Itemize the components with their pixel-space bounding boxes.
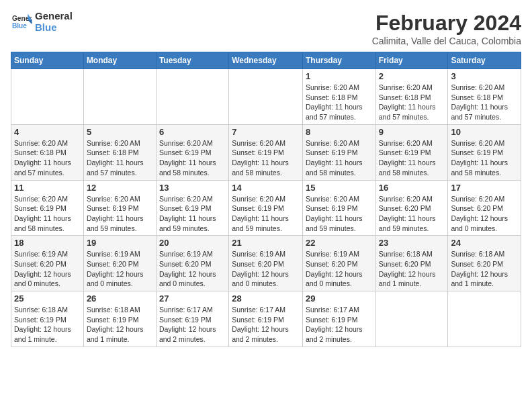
day-number: 24 — [451, 238, 518, 248]
calendar-cell — [83, 69, 156, 125]
day-number: 1 — [306, 71, 373, 81]
calendar-cell: 3Sunrise: 6:20 AM Sunset: 6:18 PM Daylig… — [448, 69, 521, 125]
calendar-cell — [229, 69, 303, 125]
day-header-monday: Monday — [83, 52, 156, 69]
calendar-cell: 22Sunrise: 6:19 AM Sunset: 6:20 PM Dayli… — [302, 236, 375, 291]
day-info: Sunrise: 6:20 AM Sunset: 6:19 PM Dayligh… — [232, 194, 300, 234]
day-number: 5 — [87, 127, 153, 137]
calendar-cell: 5Sunrise: 6:20 AM Sunset: 6:18 PM Daylig… — [83, 124, 156, 180]
day-header-friday: Friday — [375, 52, 448, 69]
logo: General Blue General Blue — [11, 11, 73, 33]
day-header-wednesday: Wednesday — [229, 52, 303, 69]
day-info: Sunrise: 6:17 AM Sunset: 6:19 PM Dayligh… — [232, 305, 300, 345]
day-number: 12 — [87, 183, 153, 193]
day-info: Sunrise: 6:20 AM Sunset: 6:19 PM Dayligh… — [87, 194, 153, 234]
calendar-week-row: 4Sunrise: 6:20 AM Sunset: 6:18 PM Daylig… — [11, 124, 521, 180]
day-number: 25 — [14, 293, 81, 304]
day-info: Sunrise: 6:20 AM Sunset: 6:19 PM Dayligh… — [306, 138, 373, 178]
calendar-cell: 21Sunrise: 6:19 AM Sunset: 6:20 PM Dayli… — [229, 236, 303, 291]
day-info: Sunrise: 6:19 AM Sunset: 6:20 PM Dayligh… — [159, 249, 226, 289]
svg-text:Blue: Blue — [12, 22, 27, 30]
day-info: Sunrise: 6:20 AM Sunset: 6:19 PM Dayligh… — [159, 194, 226, 234]
month-year-title: February 2024 — [372, 11, 521, 36]
day-number: 18 — [14, 238, 81, 248]
day-number: 19 — [87, 238, 153, 248]
calendar-cell: 15Sunrise: 6:20 AM Sunset: 6:19 PM Dayli… — [302, 180, 375, 236]
day-info: Sunrise: 6:18 AM Sunset: 6:20 PM Dayligh… — [379, 249, 445, 289]
day-number: 27 — [159, 293, 226, 304]
day-number: 8 — [306, 127, 373, 137]
day-info: Sunrise: 6:20 AM Sunset: 6:20 PM Dayligh… — [379, 194, 445, 234]
calendar-cell: 6Sunrise: 6:20 AM Sunset: 6:19 PM Daylig… — [156, 124, 228, 180]
day-info: Sunrise: 6:17 AM Sunset: 6:19 PM Dayligh… — [159, 305, 226, 345]
day-info: Sunrise: 6:20 AM Sunset: 6:19 PM Dayligh… — [14, 194, 81, 234]
day-info: Sunrise: 6:17 AM Sunset: 6:19 PM Dayligh… — [306, 305, 373, 345]
day-number: 15 — [306, 183, 373, 193]
day-number: 20 — [159, 238, 226, 248]
calendar-header-row: SundayMondayTuesdayWednesdayThursdayFrid… — [11, 52, 521, 69]
day-info: Sunrise: 6:18 AM Sunset: 6:19 PM Dayligh… — [14, 305, 81, 345]
day-number: 10 — [451, 127, 518, 137]
day-info: Sunrise: 6:18 AM Sunset: 6:20 PM Dayligh… — [451, 249, 518, 289]
calendar-week-row: 11Sunrise: 6:20 AM Sunset: 6:19 PM Dayli… — [11, 180, 521, 236]
day-number: 16 — [379, 183, 445, 193]
calendar-cell: 16Sunrise: 6:20 AM Sunset: 6:20 PM Dayli… — [375, 180, 448, 236]
calendar-cell — [11, 69, 84, 125]
calendar-week-row: 25Sunrise: 6:18 AM Sunset: 6:19 PM Dayli… — [11, 291, 521, 347]
calendar-cell: 26Sunrise: 6:18 AM Sunset: 6:19 PM Dayli… — [83, 291, 156, 347]
day-number: 13 — [159, 183, 226, 193]
calendar-table: SundayMondayTuesdayWednesdayThursdayFrid… — [11, 52, 521, 347]
calendar-cell: 25Sunrise: 6:18 AM Sunset: 6:19 PM Dayli… — [11, 291, 84, 347]
logo-blue: Blue — [35, 22, 73, 34]
day-number: 4 — [14, 127, 81, 137]
day-number: 7 — [232, 127, 300, 137]
calendar-cell: 19Sunrise: 6:19 AM Sunset: 6:20 PM Dayli… — [83, 236, 156, 291]
page-header: General Blue General Blue February 2024 … — [11, 11, 521, 46]
day-header-tuesday: Tuesday — [156, 52, 228, 69]
calendar-cell: 12Sunrise: 6:20 AM Sunset: 6:19 PM Dayli… — [83, 180, 156, 236]
calendar-cell: 1Sunrise: 6:20 AM Sunset: 6:18 PM Daylig… — [302, 69, 375, 125]
day-header-sunday: Sunday — [11, 52, 84, 69]
calendar-cell: 17Sunrise: 6:20 AM Sunset: 6:20 PM Dayli… — [448, 180, 521, 236]
day-info: Sunrise: 6:20 AM Sunset: 6:18 PM Dayligh… — [306, 83, 373, 122]
day-info: Sunrise: 6:20 AM Sunset: 6:18 PM Dayligh… — [87, 138, 153, 178]
calendar-cell — [448, 291, 521, 347]
day-info: Sunrise: 6:19 AM Sunset: 6:20 PM Dayligh… — [306, 249, 373, 289]
calendar-cell: 20Sunrise: 6:19 AM Sunset: 6:20 PM Dayli… — [156, 236, 228, 291]
day-info: Sunrise: 6:20 AM Sunset: 6:20 PM Dayligh… — [451, 194, 518, 234]
day-number: 14 — [232, 183, 300, 193]
day-number: 6 — [159, 127, 226, 137]
day-number: 2 — [379, 71, 445, 81]
day-info: Sunrise: 6:20 AM Sunset: 6:18 PM Dayligh… — [14, 138, 81, 178]
calendar-cell: 13Sunrise: 6:20 AM Sunset: 6:19 PM Dayli… — [156, 180, 228, 236]
calendar-cell: 7Sunrise: 6:20 AM Sunset: 6:19 PM Daylig… — [229, 124, 303, 180]
calendar-cell — [375, 291, 448, 347]
calendar-week-row: 18Sunrise: 6:19 AM Sunset: 6:20 PM Dayli… — [11, 236, 521, 291]
day-info: Sunrise: 6:19 AM Sunset: 6:20 PM Dayligh… — [14, 249, 81, 289]
calendar-cell: 4Sunrise: 6:20 AM Sunset: 6:18 PM Daylig… — [11, 124, 84, 180]
calendar-cell: 24Sunrise: 6:18 AM Sunset: 6:20 PM Dayli… — [448, 236, 521, 291]
calendar-cell: 18Sunrise: 6:19 AM Sunset: 6:20 PM Dayli… — [11, 236, 84, 291]
day-header-thursday: Thursday — [302, 52, 375, 69]
logo-icon: General Blue — [11, 13, 32, 32]
day-info: Sunrise: 6:20 AM Sunset: 6:19 PM Dayligh… — [159, 138, 226, 178]
location-subtitle: Calimita, Valle del Cauca, Colombia — [372, 36, 521, 46]
day-number: 21 — [232, 238, 300, 248]
day-info: Sunrise: 6:20 AM Sunset: 6:19 PM Dayligh… — [451, 138, 518, 178]
day-info: Sunrise: 6:20 AM Sunset: 6:19 PM Dayligh… — [379, 138, 445, 178]
day-number: 22 — [306, 238, 373, 248]
calendar-cell: 14Sunrise: 6:20 AM Sunset: 6:19 PM Dayli… — [229, 180, 303, 236]
day-number: 17 — [451, 183, 518, 193]
calendar-body: 1Sunrise: 6:20 AM Sunset: 6:18 PM Daylig… — [11, 69, 521, 347]
calendar-cell: 29Sunrise: 6:17 AM Sunset: 6:19 PM Dayli… — [302, 291, 375, 347]
day-info: Sunrise: 6:20 AM Sunset: 6:18 PM Dayligh… — [451, 83, 518, 122]
day-number: 28 — [232, 293, 300, 304]
calendar-week-row: 1Sunrise: 6:20 AM Sunset: 6:18 PM Daylig… — [11, 69, 521, 125]
day-header-saturday: Saturday — [448, 52, 521, 69]
day-info: Sunrise: 6:18 AM Sunset: 6:19 PM Dayligh… — [87, 305, 153, 345]
calendar-cell: 23Sunrise: 6:18 AM Sunset: 6:20 PM Dayli… — [375, 236, 448, 291]
calendar-cell: 8Sunrise: 6:20 AM Sunset: 6:19 PM Daylig… — [302, 124, 375, 180]
day-number: 23 — [379, 238, 445, 248]
day-number: 11 — [14, 183, 81, 193]
day-number: 26 — [87, 293, 153, 304]
